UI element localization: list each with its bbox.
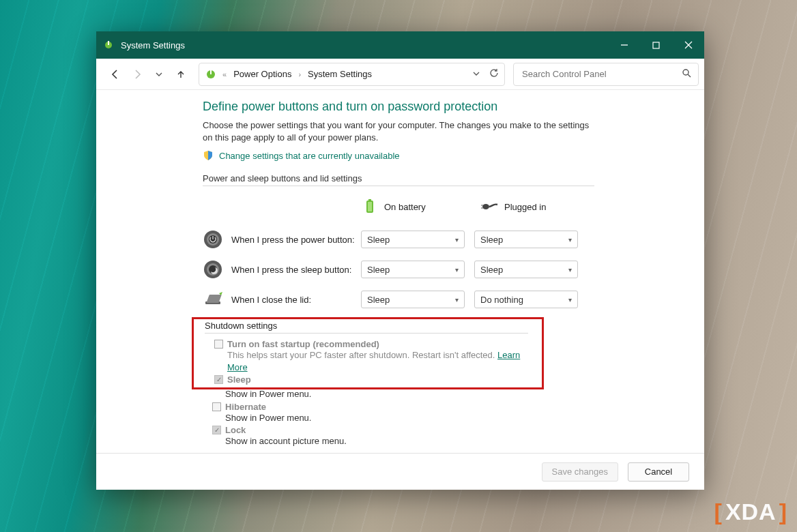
select-power-plugged-value: Sleep	[480, 235, 503, 245]
option-lock: Lock Show in account picture menu.	[212, 425, 688, 447]
option-hibernate: Hibernate Show in Power menu.	[212, 402, 688, 424]
power-options-breadcrumb-icon	[205, 68, 217, 80]
bracket-right-icon: ]	[779, 499, 787, 525]
select-sleep-plugged[interactable]: Sleep ▾	[474, 261, 578, 278]
row-sleep-button: When I press the sleep button: Sleep ▾ S…	[203, 254, 688, 284]
breadcrumb-prefix-icon: «	[221, 70, 228, 78]
checkbox-lock[interactable]	[212, 426, 221, 434]
back-button[interactable]	[106, 65, 125, 84]
chevron-right-icon: ›	[297, 70, 302, 78]
battery-icon	[361, 199, 379, 214]
system-settings-window: System Settings « Power O	[96, 31, 704, 490]
power-button-icon	[203, 229, 231, 250]
breadcrumb-system-settings[interactable]: System Settings	[306, 68, 373, 80]
select-lid-battery[interactable]: Sleep ▾	[361, 291, 465, 308]
watermark-text: XDA	[725, 499, 777, 525]
page-heading: Define power buttons and turn on passwor…	[203, 100, 688, 114]
select-lid-battery-value: Sleep	[367, 295, 390, 305]
bracket-left-icon: [	[714, 499, 723, 525]
content-area: Define power buttons and turn on passwor…	[96, 90, 704, 453]
option-fast-startup: Turn on fast startup (recommended) This …	[214, 339, 542, 373]
select-sleep-plugged-value: Sleep	[480, 265, 503, 275]
row-power-label: When I press the power button:	[231, 235, 361, 245]
section-shutdown-title: Shutdown settings	[205, 321, 528, 334]
svg-rect-1	[108, 41, 109, 45]
chevron-down-icon: ▾	[455, 236, 459, 243]
select-sleep-battery[interactable]: Sleep ▾	[361, 261, 465, 278]
window-title: System Settings	[121, 40, 185, 50]
svg-rect-3	[653, 42, 659, 48]
sleep-button-icon	[203, 259, 231, 280]
lid-icon	[203, 291, 231, 308]
plug-icon	[481, 201, 499, 212]
breadcrumb-power-options[interactable]: Power Options	[232, 68, 293, 80]
titlebar: System Settings	[96, 31, 704, 59]
select-power-battery-value: Sleep	[367, 235, 390, 245]
sleep-label: Sleep	[227, 374, 251, 385]
navigation-bar: « Power Options › System Settings	[96, 59, 704, 90]
select-lid-plugged-value: Do nothing	[480, 295, 523, 305]
chevron-down-icon: ▾	[455, 296, 459, 304]
save-changes-button[interactable]: Save changes	[542, 462, 618, 482]
svg-rect-12	[368, 202, 372, 211]
checkbox-sleep[interactable]	[214, 375, 223, 384]
footer: Save changes Cancel	[96, 453, 704, 490]
row-power-button: When I press the power button: Sleep ▾ S…	[203, 224, 688, 254]
xda-watermark: [ XDA ]	[714, 499, 787, 525]
up-button[interactable]	[171, 65, 190, 84]
cancel-button[interactable]: Cancel	[628, 462, 689, 482]
sleep-desc: Show in Power menu.	[225, 388, 688, 400]
svg-point-13	[482, 204, 489, 209]
fast-startup-desc: This helps start your PC faster after sh…	[227, 349, 542, 373]
section-power-sleep-title: Power and sleep buttons and lid settings	[203, 173, 594, 186]
chevron-down-icon: ▾	[568, 296, 572, 304]
forward-button[interactable]	[128, 65, 147, 84]
page-intro: Choose the power settings that you want …	[203, 119, 592, 143]
option-sleep: Sleep	[214, 374, 542, 385]
maximize-button[interactable]	[640, 31, 672, 59]
minimize-button[interactable]	[608, 31, 640, 59]
select-power-plugged[interactable]: Sleep ▾	[474, 231, 578, 248]
hibernate-label: Hibernate	[225, 402, 266, 412]
chevron-down-icon: ▾	[455, 266, 459, 274]
lock-label: Lock	[225, 425, 246, 435]
power-options-icon	[103, 40, 114, 50]
svg-rect-10	[368, 199, 371, 201]
svg-point-8	[683, 70, 689, 75]
column-headers: On battery Plugged in	[203, 193, 688, 220]
svg-line-9	[688, 74, 691, 77]
chevron-down-icon: ▾	[568, 266, 572, 274]
checkbox-hibernate[interactable]	[212, 402, 221, 411]
option-sleep-desc-wrap: Show in Power menu.	[212, 388, 688, 400]
row-sleep-label: When I press the sleep button:	[231, 265, 361, 275]
address-dropdown-button[interactable]	[473, 69, 480, 79]
checkbox-fast-startup[interactable]	[214, 340, 223, 349]
shield-icon	[203, 150, 214, 161]
close-button[interactable]	[672, 31, 704, 59]
row-close-lid: When I close the lid: Sleep ▾ Do nothing…	[203, 284, 688, 314]
address-bar[interactable]: « Power Options › System Settings	[199, 63, 505, 86]
fast-startup-label: Turn on fast startup (recommended)	[227, 339, 379, 349]
chevron-down-icon: ▾	[568, 236, 572, 243]
column-battery-label: On battery	[384, 202, 426, 212]
change-settings-link[interactable]: Change settings that are currently unava…	[219, 151, 400, 161]
search-input[interactable]	[521, 68, 682, 80]
search-icon[interactable]	[682, 68, 691, 80]
refresh-button[interactable]	[489, 68, 499, 80]
select-lid-plugged[interactable]: Do nothing ▾	[474, 291, 578, 308]
select-power-battery[interactable]: Sleep ▾	[361, 231, 465, 248]
select-sleep-battery-value: Sleep	[367, 265, 390, 275]
svg-rect-7	[210, 70, 212, 74]
highlight-shutdown-settings: Shutdown settings Turn on fast startup (…	[192, 317, 544, 389]
hibernate-desc: Show in Power menu.	[225, 412, 688, 424]
fast-startup-desc-text: This helps start your PC faster after sh…	[227, 350, 497, 360]
search-box[interactable]	[513, 63, 699, 86]
recent-locations-button[interactable]	[149, 65, 169, 84]
column-plugged-label: Plugged in	[504, 202, 546, 212]
row-lid-label: When I close the lid:	[231, 295, 361, 305]
lock-desc: Show in account picture menu.	[225, 435, 688, 447]
